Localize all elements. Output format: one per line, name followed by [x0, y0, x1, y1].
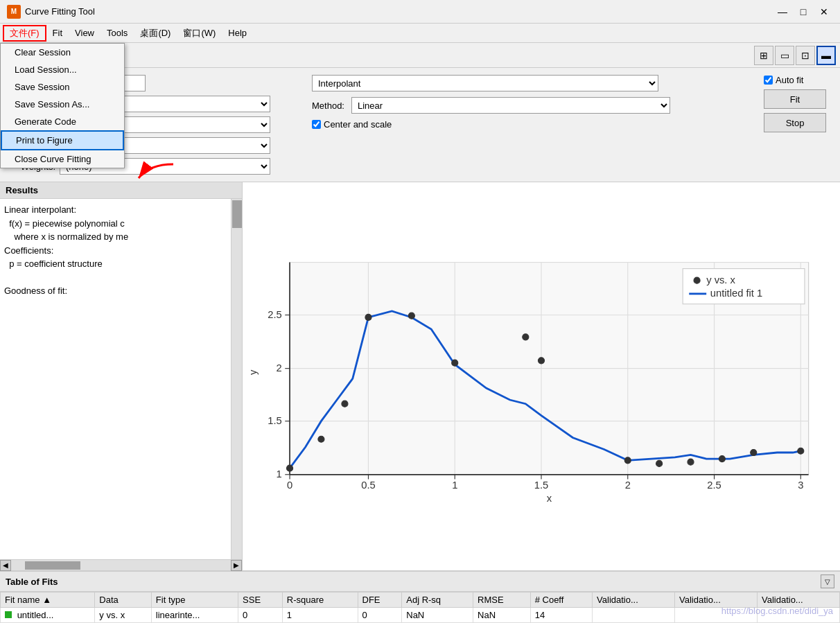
file-dropdown: Clear Session Load Session... Save Sessi…	[0, 43, 125, 168]
menu-desktop[interactable]: 桌面(D)	[134, 25, 177, 42]
svg-point-68	[751, 449, 757, 455]
table-header-row: Fit name ▲ Data Fit type SSE R-square DF…	[1, 593, 840, 608]
fit-indicator	[5, 611, 12, 618]
results-header: Results	[0, 182, 242, 199]
col-adj-r-sq[interactable]: Adj R-sq	[402, 593, 473, 608]
svg-text:y vs. x: y vs. x	[706, 274, 735, 286]
svg-text:3: 3	[798, 480, 803, 491]
col-data[interactable]: Data	[95, 593, 151, 608]
method-row: Method: Linear	[312, 97, 833, 114]
menu-clear-session[interactable]: Clear Session	[1, 44, 124, 61]
menu-window[interactable]: 窗口(W)	[177, 25, 222, 42]
menu-generate-code[interactable]: Generate Code	[1, 113, 124, 130]
menu-close-curve-fitting[interactable]: Close Curve Fitting	[1, 150, 124, 168]
col-rmse[interactable]: RMSE	[473, 593, 531, 608]
method-label: Method:	[312, 100, 344, 111]
col-n-coeff[interactable]: # Coeff	[530, 593, 592, 608]
svg-point-59	[365, 314, 371, 320]
center-scale-checkbox[interactable]	[312, 120, 321, 129]
results-line-7: Goodness of fit:	[4, 284, 238, 298]
fit-button[interactable]: Fit	[764, 89, 826, 109]
results-line-6	[4, 271, 238, 285]
menu-file[interactable]: 文件(F)	[3, 25, 46, 42]
main-content: X data: (none) Y data: (none) Z data: (n…	[0, 68, 840, 623]
menu-tools[interactable]: Tools	[100, 25, 134, 42]
titlebar: M Curve Fitting Tool — □ ✕	[0, 0, 840, 24]
svg-point-67	[719, 456, 725, 462]
center-scale-label: Center and scale	[324, 119, 392, 130]
menu-help[interactable]: Help	[222, 25, 253, 42]
svg-point-57	[318, 436, 324, 442]
menu-load-session[interactable]: Load Session...	[1, 61, 124, 78]
results-line-5: p = coefficient structure	[4, 257, 238, 271]
results-line-1: Linear interpolant:	[4, 203, 238, 217]
svg-point-60	[408, 313, 414, 319]
results-line-3: where x is normalized by me	[4, 230, 238, 244]
minimize-button[interactable]: —	[773, 5, 791, 19]
results-content: Linear interpolant: f(x) = piecewise pol…	[0, 199, 242, 559]
center-scale-row: Center and scale	[312, 119, 833, 130]
svg-text:0.5: 0.5	[361, 480, 375, 491]
col-val1[interactable]: Validatio...	[593, 593, 675, 608]
menu-view[interactable]: View	[69, 25, 100, 42]
svg-point-61	[452, 360, 458, 366]
hscroll-left[interactable]: ◀	[0, 560, 11, 571]
col-dfe[interactable]: DFE	[358, 593, 402, 608]
stop-button[interactable]: Stop	[764, 113, 826, 132]
plot-svg: 0 0.5 1 1.5 2 2.5 3 1 1.5 2	[243, 182, 840, 570]
svg-text:2.5: 2.5	[268, 309, 281, 320]
menu-fit[interactable]: Fit	[46, 25, 69, 42]
svg-text:1: 1	[277, 468, 282, 480]
auto-fit-checkbox[interactable]	[764, 76, 773, 85]
arrow-indicator	[135, 161, 177, 191]
svg-text:2: 2	[277, 362, 282, 374]
layout-btn-4[interactable]: ▬	[816, 46, 836, 65]
svg-point-64	[624, 457, 631, 464]
layout-btn-2[interactable]: ▭	[775, 46, 794, 65]
cell-dfe: 0	[358, 608, 402, 623]
svg-point-62	[523, 334, 529, 340]
menu-save-session[interactable]: Save Session	[1, 78, 124, 96]
menu-print-to-figure[interactable]: Print to Figure	[1, 130, 124, 150]
svg-text:y: y	[247, 369, 259, 375]
results-line-2: f(x) = piecewise polynomial c	[4, 217, 238, 231]
layout-btn-1[interactable]: ⊞	[754, 46, 773, 65]
table-header: Table of Fits ▽	[0, 572, 840, 592]
auto-fit-label: Auto fit	[776, 75, 803, 85]
table-row: untitled... y vs. x linearinte... 0 1 0 …	[1, 608, 840, 623]
svg-point-69	[798, 448, 804, 454]
layout-btn-3[interactable]: ⊡	[796, 46, 815, 65]
svg-point-71	[694, 277, 700, 283]
col-sse[interactable]: SSE	[238, 593, 283, 608]
method-select[interactable]: Linear	[351, 97, 670, 114]
fit-name-text: untitled...	[17, 610, 54, 620]
maximize-button[interactable]: □	[794, 5, 812, 19]
col-fit-type[interactable]: Fit type	[151, 593, 238, 608]
cell-val1	[593, 608, 675, 623]
results-text: Linear interpolant: f(x) = piecewise pol…	[4, 203, 238, 298]
table-collapse-button[interactable]: ▽	[821, 574, 834, 588]
svg-text:untitled fit 1: untitled fit 1	[710, 288, 762, 299]
close-button[interactable]: ✕	[815, 5, 833, 19]
cell-n-coeff: 14	[530, 608, 592, 623]
results-hscroll: ◀ ▶	[0, 559, 242, 570]
results-scrollbar[interactable]	[231, 199, 242, 559]
col-r-square[interactable]: R-square	[282, 593, 358, 608]
svg-text:x: x	[547, 493, 552, 504]
hscroll-right[interactable]: ▶	[231, 560, 242, 571]
svg-text:2: 2	[625, 480, 631, 491]
cell-fit-type: linearinte...	[151, 608, 238, 623]
cell-r-square: 1	[282, 608, 358, 623]
fit-type-select[interactable]: Interpolant	[312, 75, 658, 91]
menu-save-session-as[interactable]: Save Session As...	[1, 96, 124, 113]
results-scroll-thumb	[232, 200, 242, 228]
svg-text:1.5: 1.5	[534, 480, 548, 491]
fits-table: Fit name ▲ Data Fit type SSE R-square DF…	[0, 592, 840, 623]
col-fit-name[interactable]: Fit name ▲	[1, 593, 95, 608]
cell-fit-name: untitled...	[1, 608, 95, 623]
results-panel: Results Linear interpolant: f(x) = piece…	[0, 182, 243, 570]
middle-section: Results Linear interpolant: f(x) = piece…	[0, 182, 840, 571]
cell-rmse: NaN	[473, 608, 531, 623]
svg-text:1: 1	[452, 480, 457, 491]
svg-point-58	[342, 401, 348, 407]
